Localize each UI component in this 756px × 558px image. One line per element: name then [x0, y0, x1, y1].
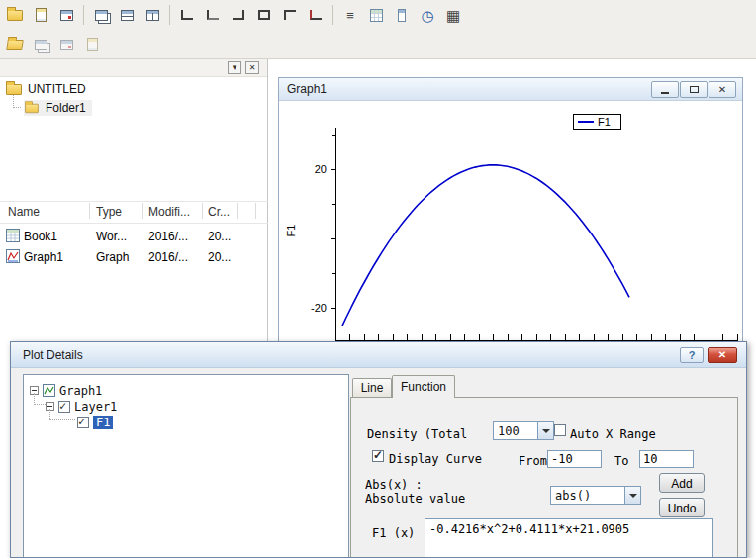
tree-item-graph1[interactable]: Graph1 [30, 383, 102, 398]
column-header-modified[interactable]: Modifi... [148, 205, 190, 219]
copy-glyph [87, 38, 98, 51]
column-glyph [398, 9, 406, 22]
divider [0, 223, 268, 224]
note-glyph [36, 8, 47, 22]
new-graph-top-axes-icon[interactable] [278, 3, 302, 27]
y-minor-tick [332, 204, 335, 205]
plot-checkbox[interactable] [77, 417, 89, 428]
toolbar-row-2 [2, 31, 105, 58]
open-folder-icon[interactable] [3, 33, 27, 56]
layout-glyph [60, 10, 73, 21]
column-header-created[interactable]: Cr... [208, 205, 230, 219]
table-glyph: ▦ [446, 8, 460, 23]
builtin-function-select[interactable]: abs() [550, 486, 641, 505]
new-graph-axes-icon[interactable] [175, 3, 199, 27]
column-header-name[interactable]: Name [8, 205, 40, 219]
cascade-glyph [95, 10, 108, 21]
add-button[interactable]: Add [659, 473, 705, 493]
plot-details-tree: Graph1 Layer1 F1 [23, 374, 349, 558]
legend[interactable]: F1 [573, 114, 621, 130]
tile-v-glyph [146, 10, 159, 21]
sheet-glyph [370, 9, 383, 22]
cascade-windows-icon[interactable] [89, 3, 113, 27]
clock-glyph: ◷ [421, 8, 433, 23]
new-graph-right-axes-icon[interactable] [227, 3, 250, 27]
copy-page-icon[interactable] [80, 33, 104, 56]
new-table-icon[interactable]: ▦ [441, 3, 465, 27]
legend-line [578, 121, 594, 123]
pin-window-icon[interactable] [54, 33, 78, 56]
column-separator[interactable] [89, 203, 90, 219]
panel-close-icon[interactable]: ✕ [245, 61, 259, 74]
auto-x-range-checkbox[interactable] [554, 424, 566, 436]
display-curve-checkbox[interactable] [372, 450, 384, 462]
add-column-icon[interactable] [390, 3, 414, 27]
new-graph-ticks-icon[interactable] [201, 3, 225, 27]
maximize-icon[interactable] [680, 81, 708, 98]
new-notes-icon[interactable] [29, 3, 52, 27]
column-separator[interactable] [237, 203, 238, 219]
new-graph-red-axes-icon[interactable] [304, 3, 328, 27]
tree-item-layer1[interactable]: Layer1 [46, 399, 117, 414]
plot-details-dialog: Plot Details ? ✕ Graph1 Layer1 F1 [10, 341, 747, 558]
y-tick-label: 20 [309, 163, 327, 175]
tree-item-untitled[interactable]: UNTITLED [6, 81, 86, 97]
y-axis-title: F1 [285, 225, 297, 237]
row-type: Wor... [96, 230, 127, 243]
axes-glyph [310, 10, 322, 20]
divider [0, 201, 268, 202]
minimize-icon[interactable] [651, 81, 679, 98]
tree-item-label: Graph1 [59, 384, 102, 398]
tile-vertical-icon[interactable] [141, 3, 164, 27]
tree-connector [13, 107, 21, 108]
from-input[interactable] [547, 450, 602, 468]
new-project-icon[interactable] [3, 3, 27, 27]
y-major-tick [331, 169, 335, 170]
tab-line[interactable]: Line [352, 378, 392, 397]
chevron-down-icon[interactable] [624, 487, 640, 504]
row-modified: 2016/... [148, 230, 188, 243]
to-input[interactable] [639, 450, 694, 468]
axes-glyph [181, 10, 193, 20]
tile-horizontal-icon[interactable] [115, 3, 139, 27]
new-worksheet-icon[interactable] [364, 3, 388, 27]
function-description-line2: Absolute value [365, 492, 465, 506]
toolbar-separator [83, 5, 84, 25]
column-separator[interactable] [202, 203, 203, 219]
close-icon[interactable]: ✕ [708, 347, 737, 363]
close-icon[interactable]: ✕ [709, 81, 736, 98]
layer-checkbox[interactable] [58, 401, 70, 413]
tree-item-f1[interactable]: F1 [77, 415, 113, 429]
y-axis-line [335, 128, 336, 345]
list-glyph: ≡ [346, 9, 354, 22]
graph-page-icon [43, 384, 55, 397]
recalculate-clock-icon[interactable]: ◷ [416, 3, 439, 27]
dialog-title: Plot Details [23, 348, 83, 362]
y-minor-tick [332, 273, 335, 274]
formula-input[interactable]: -0.4216*x^2+0.4111*x+21.0905 [425, 518, 713, 558]
graph-window-titlebar[interactable]: Graph1 ✕ [279, 78, 742, 101]
panel-collapse-icon[interactable]: ▾ [228, 61, 241, 74]
column-separator[interactable] [255, 203, 256, 219]
y-minor-tick [332, 135, 335, 136]
column-header-type[interactable]: Type [96, 205, 122, 219]
help-icon[interactable]: ? [680, 347, 704, 363]
density-select[interactable]: 100 [493, 421, 554, 440]
dialog-titlebar[interactable]: Plot Details ? ✕ [11, 342, 746, 368]
tree-item-label: Folder1 [46, 101, 86, 115]
tab-function[interactable]: Function [392, 375, 455, 398]
column-separator[interactable] [142, 203, 143, 219]
density-label: Density (Total [367, 427, 467, 441]
chevron-down-icon[interactable] [537, 422, 553, 439]
toolbar-row-1: ≡ ◷ ▦ [2, 1, 466, 29]
toolbar-separator [332, 5, 333, 25]
new-graph-box-icon[interactable] [252, 3, 276, 27]
view-list-icon[interactable]: ≡ [338, 3, 362, 27]
row-name: Book1 [24, 230, 57, 243]
new-layout-icon[interactable] [54, 3, 78, 27]
duplicate-window-icon[interactable] [29, 33, 52, 56]
row-modified: 2016/... [148, 250, 188, 264]
undo-button[interactable]: Undo [659, 498, 705, 517]
tree-item-folder1[interactable]: Folder1 [24, 100, 92, 116]
row-created: 20... [208, 250, 231, 264]
